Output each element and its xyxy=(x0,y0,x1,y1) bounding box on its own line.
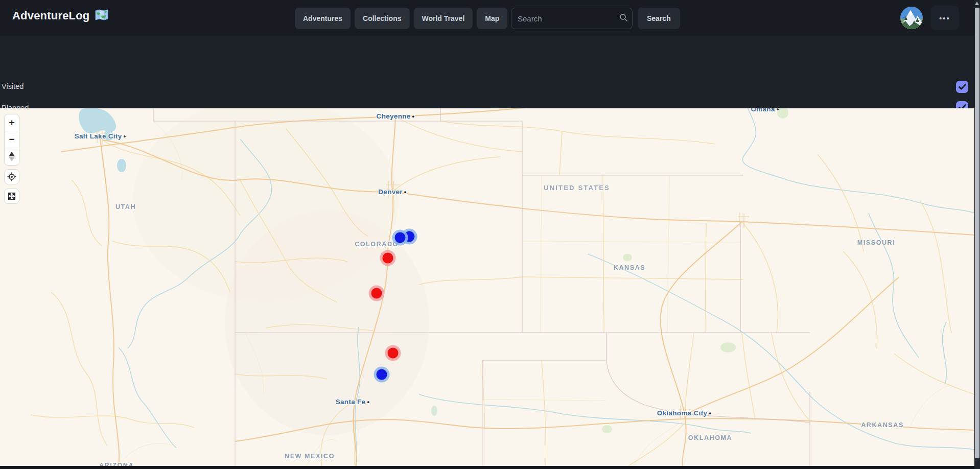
search-input[interactable] xyxy=(518,14,619,23)
adventurelog-app: AdventureLog Adventures Collections Worl… xyxy=(0,0,974,469)
nav-adventures[interactable]: Adventures xyxy=(295,8,351,29)
marker-core xyxy=(383,253,393,264)
scrollbar-up-arrow[interactable] xyxy=(975,2,979,5)
navbar: AdventureLog Adventures Collections Worl… xyxy=(0,0,974,36)
locate-icon xyxy=(7,172,16,181)
nav-map[interactable]: Map xyxy=(477,8,507,29)
app-logo[interactable]: AdventureLog xyxy=(12,9,109,23)
compass-button[interactable] xyxy=(5,148,19,165)
check-icon xyxy=(959,84,966,90)
search-area: Search xyxy=(511,8,680,29)
adventure-marker-red[interactable] xyxy=(369,286,385,301)
overflow-menu-button[interactable]: ••• xyxy=(930,6,959,30)
dots-icon: ••• xyxy=(939,14,950,22)
nav-world-travel[interactable]: World Travel xyxy=(414,8,473,29)
zoom-out-button[interactable]: − xyxy=(5,131,19,148)
user-avatar[interactable] xyxy=(900,7,923,29)
adventure-marker-blue[interactable] xyxy=(392,230,408,246)
nav-collections[interactable]: Collections xyxy=(355,8,409,29)
marker-core xyxy=(371,288,382,299)
scrollbar-thumb[interactable] xyxy=(975,8,979,458)
page-scrollbar[interactable] xyxy=(974,0,980,469)
fullscreen-button[interactable] xyxy=(4,189,19,204)
map-canvas[interactable]: UNITED STATESUTAHCOLORADOKANSASMISSOURIN… xyxy=(0,108,974,466)
map-filter-panel: Visited Planned Add New Adventure Show B… xyxy=(0,36,974,108)
marker-core xyxy=(377,369,387,380)
geolocate-button[interactable] xyxy=(4,169,19,184)
marker-core xyxy=(395,232,406,243)
adventure-marker-red[interactable] xyxy=(385,345,401,361)
search-icon xyxy=(619,13,628,24)
marker-core xyxy=(388,348,399,359)
compass-icon xyxy=(9,152,15,156)
search-button[interactable]: Search xyxy=(638,8,680,29)
adventure-marker-red[interactable] xyxy=(380,250,396,266)
zoom-control-group: + − xyxy=(4,114,19,166)
search-box[interactable] xyxy=(511,8,633,29)
app-title: AdventureLog xyxy=(12,9,90,22)
main-nav: Adventures Collections World Travel Map xyxy=(295,8,507,29)
navbar-right: ••• xyxy=(900,6,959,30)
adventure-marker-blue[interactable] xyxy=(374,367,390,383)
zoom-in-button[interactable]: + xyxy=(5,114,19,131)
basemap-tiles xyxy=(0,108,974,466)
visited-checkbox[interactable] xyxy=(956,81,968,93)
fullscreen-icon xyxy=(7,192,16,201)
map-emoji-icon xyxy=(95,9,109,23)
visited-label: Visited xyxy=(2,82,24,90)
